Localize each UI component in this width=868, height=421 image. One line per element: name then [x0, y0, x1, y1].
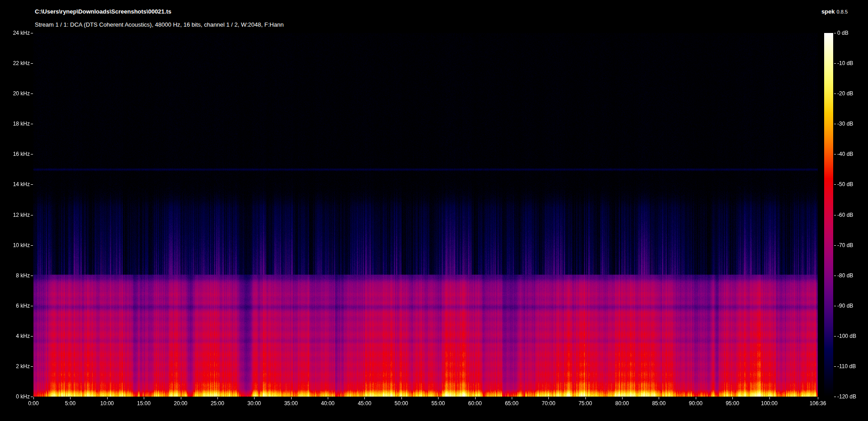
time-tick — [70, 397, 71, 399]
app-version: 0.8.5 — [837, 9, 848, 14]
freq-tick-label: 16 kHz — [2, 151, 30, 157]
time-tick — [291, 397, 292, 399]
freq-tick — [31, 184, 33, 185]
time-tick-label: 75:00 — [579, 401, 592, 406]
time-tick — [181, 397, 181, 399]
time-tick-label: 65:00 — [505, 401, 519, 406]
db-tick-label: -40 dB — [837, 151, 853, 157]
freq-tick-label: 20 kHz — [2, 91, 30, 96]
time-tick — [217, 397, 218, 399]
time-tick — [659, 397, 659, 399]
time-tick — [585, 397, 586, 399]
time-tick-label: 35:00 — [284, 401, 298, 406]
time-tick-label: 90:00 — [689, 401, 703, 406]
time-tick-label: 45:00 — [358, 401, 371, 406]
freq-tick-label: 4 kHz — [2, 333, 30, 339]
db-tick — [834, 184, 836, 185]
freq-tick-label: 10 kHz — [2, 243, 30, 248]
db-tick-label: -50 dB — [837, 182, 853, 187]
freq-tick — [31, 276, 33, 276]
time-tick-label: 50:00 — [395, 401, 408, 406]
time-tick — [696, 397, 696, 399]
time-tick-label: 30:00 — [247, 401, 261, 406]
db-tick — [834, 276, 836, 276]
freq-tick-label: 0 kHz — [2, 394, 30, 399]
time-tick-label: 100:00 — [761, 401, 778, 406]
freq-tick-label: 14 kHz — [2, 182, 30, 187]
db-tick — [834, 63, 836, 64]
time-tick-label: 5:00 — [65, 401, 75, 406]
freq-tick-label: 12 kHz — [2, 212, 30, 218]
freq-tick-label: 22 kHz — [2, 61, 30, 66]
db-tick — [834, 94, 836, 94]
time-tick — [144, 397, 144, 399]
db-tick-label: -10 dB — [837, 61, 853, 66]
freq-tick-label: 2 kHz — [2, 364, 30, 369]
time-tick-label: 25:00 — [211, 401, 224, 406]
time-tick — [548, 397, 549, 399]
time-tick — [328, 397, 328, 399]
db-tick-label: 0 dB — [837, 30, 849, 36]
time-tick-label: 106:36 — [810, 401, 826, 406]
db-tick-label: -60 dB — [837, 212, 853, 218]
time-tick-label: 0:00 — [28, 401, 38, 406]
freq-tick — [31, 245, 33, 246]
file-path: C:\Users\rynep\Downloads\Screenshots\000… — [35, 8, 171, 15]
time-tick — [475, 397, 476, 399]
freq-tick — [31, 154, 33, 154]
freq-tick — [31, 63, 33, 64]
time-tick-label: 15:00 — [137, 401, 151, 406]
db-tick — [834, 33, 836, 33]
db-tick — [834, 124, 836, 124]
time-tick — [732, 397, 733, 399]
db-tick-label: -80 dB — [837, 273, 853, 278]
freq-tick — [31, 94, 33, 94]
db-tick — [834, 366, 836, 367]
time-tick — [438, 397, 439, 399]
time-tick-label: 40:00 — [321, 401, 335, 406]
time-tick — [401, 397, 402, 399]
time-tick — [769, 397, 770, 399]
db-tick — [834, 306, 836, 306]
db-tick-label: -120 dB — [837, 394, 856, 399]
freq-tick-label: 6 kHz — [2, 303, 30, 309]
db-tick-label: -70 dB — [837, 243, 853, 248]
freq-tick — [31, 215, 33, 215]
app-name: spek — [821, 8, 835, 15]
db-tick — [834, 336, 836, 337]
time-tick-label: 95:00 — [726, 401, 739, 406]
freq-tick-label: 18 kHz — [2, 121, 30, 126]
db-tick-label: -20 dB — [837, 91, 853, 96]
db-tick-label: -30 dB — [837, 121, 853, 126]
db-tick — [834, 154, 836, 154]
time-tick-label: 70:00 — [542, 401, 555, 406]
db-tick-label: -90 dB — [837, 303, 853, 309]
time-tick-label: 60:00 — [468, 401, 482, 406]
time-tick — [512, 397, 512, 399]
db-tick — [834, 245, 836, 246]
freq-tick-label: 24 kHz — [2, 30, 30, 36]
db-tick-label: -100 dB — [837, 333, 856, 339]
db-tick — [834, 397, 836, 397]
app-brand: spek0.8.5 — [821, 7, 848, 15]
freq-tick — [31, 366, 33, 367]
time-tick — [364, 397, 365, 399]
db-tick-label: -110 dB — [837, 364, 856, 369]
time-tick — [622, 397, 623, 399]
stream-info: Stream 1 / 1: DCA (DTS Coherent Acoustic… — [35, 21, 283, 28]
time-tick-label: 55:00 — [431, 401, 445, 406]
freq-tick — [31, 124, 33, 124]
freq-tick — [31, 33, 33, 33]
colorbar — [824, 33, 833, 397]
spectrogram-canvas — [33, 33, 818, 397]
time-tick-label: 20:00 — [174, 401, 188, 406]
db-tick — [834, 215, 836, 215]
spek-app: C:\Users\rynep\Downloads\Screenshots\000… — [0, 0, 868, 421]
time-tick — [107, 397, 108, 399]
time-tick — [254, 397, 255, 399]
freq-tick — [31, 336, 33, 337]
freq-tick — [31, 306, 33, 306]
time-tick-label: 80:00 — [615, 401, 629, 406]
time-tick — [33, 397, 34, 399]
freq-tick-label: 8 kHz — [2, 273, 30, 278]
